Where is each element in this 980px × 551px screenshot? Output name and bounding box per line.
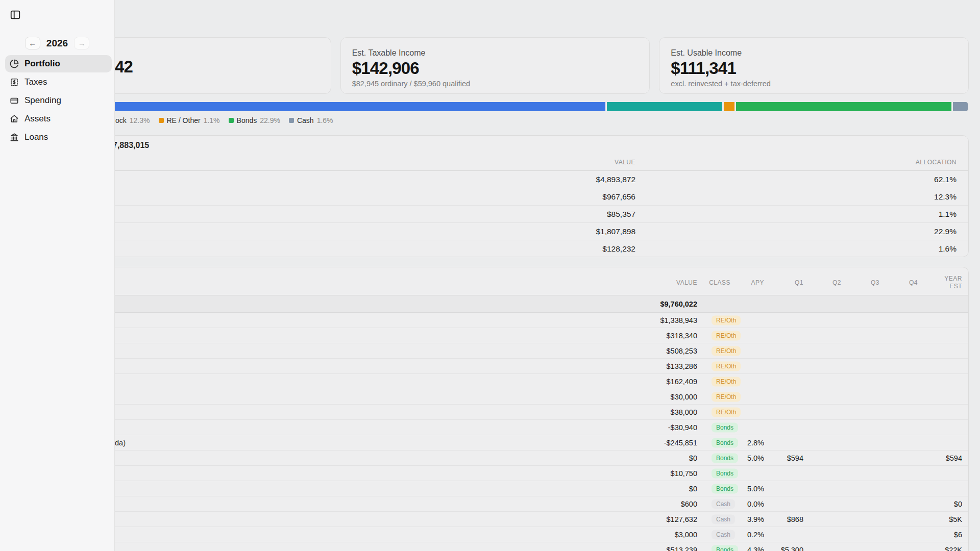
cell-q1: $868: [787, 515, 803, 523]
legend-percent: 1.6%: [317, 116, 333, 124]
table-row[interactable]: $85,357 1.1%: [22, 206, 968, 223]
legend-item-intl-stock-fragment: ock 12.3%: [115, 116, 150, 124]
cell-allocation: 22.9%: [934, 227, 957, 236]
cell-total-value: $9,760,022: [660, 300, 697, 308]
cell-apy: 5.0%: [747, 454, 764, 462]
table-row[interactable]: $508,253 RE/Oth: [22, 343, 968, 359]
legend-percent: 1.1%: [204, 116, 220, 124]
cell-apy: 2.8%: [747, 439, 764, 447]
summary-cards-row: 42 Est. Taxable Income $142,906 $82,945 …: [21, 37, 969, 94]
table-row[interactable]: $513,239 Bonds 4.3% $5,300 $22K: [22, 542, 968, 551]
holdings-table: VALUE CLASS APY Q1 Q2 Q3 Q4 YEAR EST $9,…: [21, 267, 969, 551]
table-row[interactable]: -$30,940 Bonds: [22, 420, 968, 435]
class-badge: RE/Oth: [712, 331, 741, 340]
table-row[interactable]: $318,340 RE/Oth: [22, 328, 968, 343]
cell-value: $508,253: [667, 347, 697, 355]
legend-label: Cash: [297, 116, 314, 124]
table-row[interactable]: $600 Cash 0.0% $0: [22, 496, 968, 512]
legend-label-fragment: ock: [115, 116, 127, 124]
panel-left-icon: [10, 9, 21, 20]
sidebar-toggle-button[interactable]: [8, 8, 22, 22]
cell-allocation: 1.1%: [939, 210, 957, 219]
cell-value: $3,000: [675, 531, 697, 539]
allocation-bar-segment: [724, 102, 734, 111]
table-row[interactable]: $1,807,898 22.9%: [22, 223, 968, 240]
cell-q1: $5,300: [781, 546, 803, 551]
sidebar-item-label: Assets: [24, 114, 51, 124]
table-row[interactable]: $133,286 RE/Oth: [22, 359, 968, 374]
legend-item-bonds: Bonds 22.9%: [229, 116, 280, 124]
allocation-table: 7,883,015 VALUE ALLOCATION $4,893,872 62…: [21, 135, 969, 257]
next-year-button[interactable]: →: [74, 37, 89, 49]
class-badge: Cash: [712, 499, 735, 509]
cell-value: $128,232: [602, 244, 635, 254]
cell-value: $600: [681, 500, 697, 508]
column-header-q3: Q3: [871, 279, 879, 286]
class-badge: RE/Oth: [712, 407, 741, 417]
previous-year-button[interactable]: ←: [25, 37, 40, 49]
cell-year-est: $0: [954, 500, 962, 508]
cell-apy: 0.0%: [747, 500, 764, 508]
table-row[interactable]: $127,632 Cash 3.9% $868 $5K: [22, 512, 968, 527]
cell-value: $133,286: [667, 362, 697, 370]
class-badge: RE/Oth: [712, 377, 741, 386]
cell-value: $10,750: [671, 469, 697, 478]
table-row[interactable]: $0 Bonds 5.0% $594 $594: [22, 450, 968, 466]
cell-value: -$30,940: [668, 423, 697, 432]
cell-value: $4,893,872: [596, 175, 635, 184]
cell-value: $85,357: [607, 210, 635, 219]
sidebar-item-loans[interactable]: Loans: [5, 129, 112, 146]
cell-year-est: $594: [946, 454, 962, 462]
table-row[interactable]: $0 Bonds 5.0%: [22, 481, 968, 496]
table-row[interactable]: da) -$245,851 Bonds 2.8%: [22, 435, 968, 450]
total-value-fragment: 7,883,015: [113, 141, 149, 150]
legend-percent: 22.9%: [260, 116, 280, 124]
sidebar-item-taxes[interactable]: Taxes: [5, 73, 112, 91]
house-icon: [10, 114, 19, 123]
table-row[interactable]: $3,000 Cash 0.2% $6: [22, 527, 968, 542]
receipt-icon: [10, 78, 19, 87]
row-label-fragment: da): [115, 439, 126, 447]
table-row[interactable]: $162,409 RE/Oth: [22, 374, 968, 389]
column-header-class: CLASS: [709, 279, 730, 286]
cell-value: $127,632: [667, 515, 697, 523]
table-row[interactable]: $4,893,872 62.1%: [22, 171, 968, 188]
class-badge: RE/Oth: [712, 346, 741, 356]
table-row[interactable]: $1,338,943 RE/Oth: [22, 313, 968, 328]
sidebar-item-spending[interactable]: Spending: [5, 92, 112, 109]
card-subtext: $82,945 ordinary / $59,960 qualified: [352, 80, 639, 88]
credit-card-icon: [10, 96, 19, 105]
column-header-q1: Q1: [795, 279, 803, 286]
card-subtext: excl. reinvested + tax-deferred: [671, 80, 957, 88]
class-badge: RE/Oth: [712, 361, 741, 371]
column-header-q4: Q4: [909, 279, 918, 286]
class-badge: Bonds: [712, 422, 738, 432]
class-badge: Bonds: [712, 484, 738, 493]
year-navigation: ← 2026 →: [0, 37, 114, 49]
sidebar-item-label: Taxes: [24, 77, 47, 87]
table-row[interactable]: $10,750 Bonds: [22, 466, 968, 481]
sidebar-item-label: Portfolio: [24, 59, 60, 69]
allocation-table-title: 7,883,015: [22, 136, 968, 154]
legend-item-re-other: RE / Other 1.1%: [159, 116, 220, 124]
table-row[interactable]: $38,000 RE/Oth: [22, 405, 968, 420]
cell-value: -$245,851: [664, 439, 697, 447]
cell-value: $1,807,898: [596, 227, 635, 236]
table-row[interactable]: $128,232 1.6%: [22, 240, 968, 258]
main-content: 42 Est. Taxable Income $142,906 $82,945 …: [21, 0, 969, 551]
card-value: $142,906: [352, 59, 639, 78]
summary-card-taxable-income: Est. Taxable Income $142,906 $82,945 ord…: [340, 37, 650, 94]
sidebar-item-portfolio[interactable]: Portfolio: [5, 55, 112, 72]
bank-icon: [10, 133, 19, 142]
cell-value: $0: [689, 485, 697, 493]
cell-year-est: $22K: [945, 546, 962, 551]
cell-year-est: $5K: [949, 515, 962, 523]
cell-value: $318,340: [667, 332, 697, 340]
table-row[interactable]: $30,000 RE/Oth: [22, 389, 968, 405]
cell-allocation: 1.6%: [939, 244, 957, 254]
sidebar-item-assets[interactable]: Assets: [5, 110, 112, 128]
cell-value: $38,000: [671, 408, 697, 416]
table-row[interactable]: $967,656 12.3%: [22, 188, 968, 206]
legend-percent: 12.3%: [130, 116, 150, 124]
legend-swatch-icon: [289, 118, 294, 123]
